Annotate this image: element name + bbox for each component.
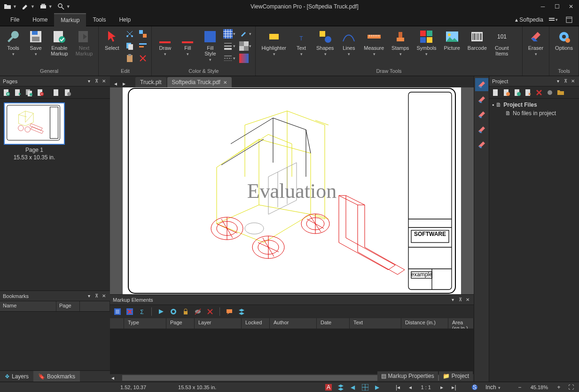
zoom-in-button[interactable]: + xyxy=(555,383,563,392)
status-page-prev[interactable]: ◂ xyxy=(406,383,415,392)
status-nav-next[interactable]: ▶ xyxy=(373,383,382,392)
panel-close-icon[interactable]: ✕ xyxy=(464,297,471,303)
fill-color-button[interactable]: Fill▾ xyxy=(177,27,198,58)
transparency-button[interactable]: ▾ xyxy=(238,40,252,52)
proj-settings-button[interactable] xyxy=(545,88,555,97)
document-tab[interactable]: Truck.plt xyxy=(135,77,166,87)
menu-tools[interactable]: Tools xyxy=(86,14,112,26)
status-nav-prev[interactable]: ◀ xyxy=(349,383,357,392)
copy-button[interactable] xyxy=(124,40,135,52)
status-page-last[interactable]: ▸| xyxy=(450,383,458,392)
me-list-button[interactable] xyxy=(113,307,122,316)
hatch-button[interactable]: ▾ xyxy=(222,28,236,39)
print-button[interactable]: ▼ xyxy=(38,2,55,11)
col-area[interactable]: Area (sq.in.) xyxy=(448,318,474,329)
status-page-next[interactable]: ▸ xyxy=(438,383,446,392)
page-settings-button[interactable] xyxy=(63,88,72,97)
window-layout-button[interactable] xyxy=(563,15,575,24)
status-zoom[interactable]: 45.18% xyxy=(528,384,551,390)
enable-markup-button[interactable]: Enable Markup xyxy=(48,27,71,58)
symbols-button[interactable]: Symbols▾ xyxy=(414,27,439,58)
proj-edit-button[interactable] xyxy=(502,88,511,97)
delete-button[interactable] xyxy=(137,53,149,64)
search-button[interactable]: ▼ xyxy=(55,2,72,11)
highlighter-button[interactable]: Highlighter▾ xyxy=(258,27,289,58)
status-ratio[interactable]: 1 : 1 xyxy=(418,384,434,390)
panel-close-icon[interactable]: ✕ xyxy=(570,78,576,85)
add-page-button[interactable] xyxy=(2,88,11,97)
tab-prev-button[interactable]: ◂ xyxy=(112,80,119,87)
col-distance[interactable]: Distance (in.) xyxy=(401,318,448,329)
me-goto-button[interactable] xyxy=(156,307,166,316)
open-button[interactable]: ▼ xyxy=(2,2,19,11)
document-tab[interactable]: Softpedia Truck.pdf✕ xyxy=(167,77,232,87)
panel-pin-icon[interactable]: ⊼ xyxy=(93,78,100,85)
fill-style-button[interactable]: Fill Style▾ xyxy=(200,27,220,64)
menu-help[interactable]: Help xyxy=(112,14,137,26)
me-comment-button[interactable] xyxy=(225,307,234,316)
options-button[interactable]: Options xyxy=(552,27,576,53)
eraser-tool-1[interactable] xyxy=(475,78,488,91)
col-name[interactable]: Name xyxy=(0,301,56,311)
proj-folder-button[interactable] xyxy=(556,88,565,97)
stamps-button[interactable]: Stamps▾ xyxy=(389,27,412,58)
tab-layers[interactable]: ❖Layers xyxy=(0,371,33,382)
panel-pin-icon[interactable]: ⊼ xyxy=(562,78,569,85)
proj-add-button[interactable] xyxy=(513,88,522,97)
canvas-viewport[interactable]: SOFTWARE example xyxy=(110,87,474,294)
panel-close-icon[interactable]: ✕ xyxy=(101,78,107,85)
panel-close-icon[interactable]: ✕ xyxy=(101,293,107,299)
tools-button[interactable]: Tools▾ xyxy=(3,27,23,58)
status-snap-icon[interactable]: S xyxy=(470,383,479,392)
me-delete-button[interactable] xyxy=(205,307,215,316)
group-button[interactable] xyxy=(137,28,149,39)
panel-pin-icon[interactable]: ⊼ xyxy=(93,293,100,299)
cut-button[interactable] xyxy=(124,28,135,39)
measure-button[interactable]: Measure▾ xyxy=(361,27,387,58)
minimize-button[interactable]: ─ xyxy=(537,2,549,11)
duplicate-page-button[interactable] xyxy=(24,88,34,97)
status-unit[interactable]: Inch ▾ xyxy=(483,384,503,391)
eraser-button[interactable]: Eraser▾ xyxy=(525,27,546,58)
maximize-button[interactable]: ☐ xyxy=(551,2,563,11)
col-date[interactable]: Date xyxy=(317,318,350,329)
panel-menu-icon[interactable]: ▾ xyxy=(555,78,561,85)
edit-button[interactable]: ▼ xyxy=(20,2,37,11)
me-hide-button[interactable] xyxy=(193,307,203,316)
count-items-button[interactable]: 101Count Items xyxy=(492,27,512,58)
page-thumbnail[interactable]: Page 115.53 x 10.35 in. xyxy=(4,102,65,161)
export-page-button[interactable] xyxy=(52,88,61,97)
brush-button[interactable]: ▾ xyxy=(238,28,252,39)
panel-menu-icon[interactable]: ▾ xyxy=(86,293,92,299)
col-page[interactable]: Page xyxy=(166,318,195,329)
zoom-out-button[interactable]: − xyxy=(516,383,524,392)
eraser-tool-5[interactable] xyxy=(475,138,488,151)
col-author[interactable]: Author xyxy=(270,318,317,329)
menu-markup[interactable]: Markup xyxy=(54,13,86,26)
menu-home[interactable]: Home xyxy=(26,14,54,26)
close-button[interactable]: ✕ xyxy=(565,2,577,11)
proj-new-button[interactable] xyxy=(491,88,501,97)
panel-pin-icon[interactable]: ⊼ xyxy=(457,297,463,303)
col-text[interactable]: Text xyxy=(350,318,401,329)
col-locked[interactable]: Locked xyxy=(242,318,270,329)
me-export-button[interactable] xyxy=(125,307,134,316)
insert-page-button[interactable] xyxy=(13,88,23,97)
gradient-button[interactable] xyxy=(238,53,252,64)
menu-file[interactable]: File xyxy=(4,14,26,26)
zoom-fit-button[interactable]: ⛶ xyxy=(567,383,575,392)
tab-project[interactable]: 📁Project xyxy=(439,371,473,381)
ribbon-display-button[interactable]: ▾ xyxy=(547,15,559,24)
tab-close-icon[interactable]: ✕ xyxy=(223,80,227,85)
col-layer[interactable]: Layer xyxy=(195,318,242,329)
eraser-tool-2[interactable] xyxy=(475,93,488,106)
status-layers-icon[interactable] xyxy=(336,383,345,392)
shapes-button[interactable]: Shapes▾ xyxy=(313,27,336,58)
tab-markup-properties[interactable]: ▤Markup Properties xyxy=(377,371,438,381)
me-layers-button[interactable] xyxy=(237,307,246,316)
panel-menu-icon[interactable]: ▾ xyxy=(449,297,456,303)
next-markup-button[interactable]: Next Markup xyxy=(73,27,96,58)
collapse-icon[interactable]: ▪ xyxy=(492,102,494,108)
picture-button[interactable]: Picture xyxy=(441,27,463,53)
select-button[interactable]: Select xyxy=(102,27,122,53)
